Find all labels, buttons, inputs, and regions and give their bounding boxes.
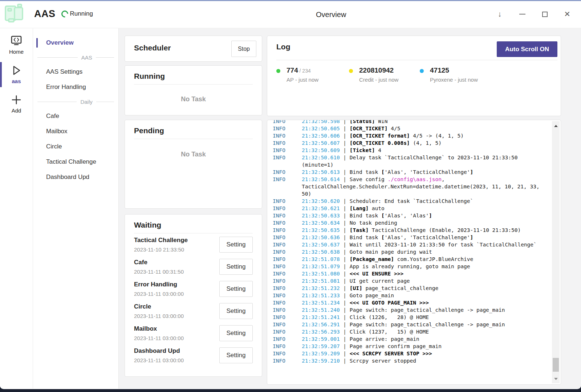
log-entry: INFO21:32:51.081|UI get current page [273,277,551,285]
log-title: Log [276,42,290,51]
rail-item-label: aas [12,78,21,84]
log-level: INFO [273,205,302,212]
stat-value: 47125 [430,66,478,74]
log-message: 21:32:59.209|<<< SCRCPY SERVER STOP >>> [302,350,551,357]
log-separator: | [343,329,346,335]
minimize-button[interactable] [517,9,527,19]
log-message: 21:32:50.620|Scheduler: End task `Tactic… [302,197,551,205]
log-entry: INFO21:32:56.293|Click (1237, 15) @ HOME [273,328,551,335]
maximize-button[interactable] [540,9,550,19]
log-entry: INFO21:32:50.598|[Status] WIN [273,120,551,125]
running-status: Running [70,10,93,17]
log-message: 21:32:51.078|[Package_name] com.YostarJP… [302,256,551,263]
rail-item-aas[interactable]: aas [0,64,33,84]
stat-suffix: / 234 [298,68,311,74]
left-rail: HomeaasAdd [0,28,33,389]
log-separator: | [343,300,346,306]
divider [134,139,253,139]
rail-item-label: Add [12,107,21,114]
log-message: 21:32:51.233|Goto page_main [302,292,551,299]
log-timestamp: 21:32:51.233 [302,292,340,299]
log-level: INFO [273,314,302,321]
log-level: INFO [273,241,302,248]
setting-button[interactable]: Setting [219,259,253,275]
download-icon[interactable]: ↓ [495,9,505,19]
running-empty-text: No Task [125,95,262,103]
log-timestamp: 21:32:56.293 [302,328,340,335]
log-message: 21:32:51.080|<<< UI ENSURE >>> [302,270,551,277]
title-bar: AAS Running Overview ↓ ✕ [0,0,581,28]
running-title: Running [125,66,262,84]
log-level: INFO [273,234,302,241]
waiting-task-row: Cafe2023-11-11 00:31:50Setting [125,256,262,278]
waiting-task-row: Error Handling2023-11-11 03:00:00Setting [125,278,262,300]
log-message: 21:32:50.614|Save config ./config\aas.js… [302,176,551,197]
log-entry: INFO21:32:50.606|[OCR_TICKET format] 4/5… [273,132,551,139]
scrollbar-thumb[interactable] [553,358,559,372]
log-separator: | [343,293,346,298]
log-message: 21:32:51.234|<<< UI GOTO PAGE_MAIN >>> [302,299,551,306]
setting-button[interactable]: Setting [219,281,253,297]
waiting-task-row: Tactical Challenge2023-11-10 21:33:50Set… [125,233,262,256]
sidebar-item-aas-settings[interactable]: AAS Settings [33,64,118,79]
log-timestamp: 21:32:56.291 [302,321,340,328]
log-entry: INFO21:32:51.232|[UI] page_tactical_chal… [273,285,551,292]
log-separator: | [343,176,346,182]
log-message: 21:32:59.207|Page arrive confirm page_ma… [302,343,551,350]
app-window: AAS Running Overview ↓ ✕ HomeaasAdd Over… [0,0,581,389]
log-timestamp: 21:32:50.607 [302,139,340,147]
sidebar-item-circle[interactable]: Circle [33,139,118,154]
sidebar-item-mailbox[interactable]: Mailbox [33,124,118,139]
log-level: INFO [273,197,302,205]
log-message: 21:32:56.291|Page switch: page_tactical_… [302,321,551,328]
log-entry: INFO21:32:50.620|Scheduler: End task `Ta… [273,197,551,205]
stat-credit: 220810942Credit - just now [349,66,398,83]
sidebar-item-tactical-challenge[interactable]: Tactical Challenge [33,154,118,170]
scroll-down-icon[interactable] [552,375,560,383]
sidebar-item-cafe[interactable]: Cafe [33,109,118,124]
log-entry: INFO21:32:51.080|<<< UI ENSURE >>> [273,270,551,277]
app-logo-icon [4,3,28,25]
log-timestamp: 21:32:51.234 [302,299,340,306]
log-separator: | [343,343,346,349]
log-level: INFO [273,256,302,263]
scroll-up-icon[interactable] [552,122,560,130]
log-message: 21:32:56.293|Click (1237, 15) @ HOME [302,328,551,335]
log-separator: | [343,147,346,153]
close-button[interactable]: ✕ [562,9,572,19]
log-level: INFO [273,270,302,277]
log-level: INFO [273,343,302,350]
log-entry: INFO21:32:56.291|Page switch: page_tacti… [273,321,551,328]
pending-card: Pending No Task [125,120,262,209]
log-timestamp: 21:32:50.634 [302,219,340,226]
setting-button[interactable]: Setting [219,347,253,363]
setting-button[interactable]: Setting [219,237,253,253]
stop-button[interactable]: Stop [231,41,256,57]
waiting-task-info: Mailbox2023-11-11 03:00:00 [134,325,219,341]
sidebar-item-error-handling[interactable]: Error Handling [33,79,118,95]
rail-item-home[interactable]: Home [0,35,33,55]
divider [134,84,253,85]
log-entry: INFO21:32:50.621|[Lang] auto [273,205,551,212]
log-entry: INFO21:32:51.233|Goto page_main [273,292,551,299]
stat-dot-icon [420,69,424,73]
log-level: INFO [273,139,302,147]
setting-button[interactable]: Setting [219,325,253,341]
waiting-task-row: Dashboard Upd2023-11-11 03:00:00Setting [125,344,262,366]
nav-group-divider: Daily [33,95,118,109]
sidebar-item-overview[interactable]: Overview [33,35,118,50]
log-separator: | [343,307,346,313]
log-message: 21:32:51.240|Page switch: page_tactical_… [302,306,551,314]
log-level: INFO [273,357,302,364]
log-scrollbar[interactable] [552,121,560,383]
rail-item-label: Home [9,49,24,55]
rail-item-add[interactable]: Add [0,94,33,114]
sidebar-item-dashboard-upd[interactable]: Dashboard Upd [33,170,118,185]
log-message: 21:32:50.605|[OCR_TICKET] 4/5 [302,125,551,132]
setting-button[interactable]: Setting [219,303,253,319]
auto-scroll-button[interactable]: Auto Scroll ON [497,41,557,57]
log-level: INFO [273,335,302,343]
log-timestamp: 21:32:59.210 [302,357,340,364]
log-separator: | [343,314,346,320]
log-separator: | [343,351,346,356]
